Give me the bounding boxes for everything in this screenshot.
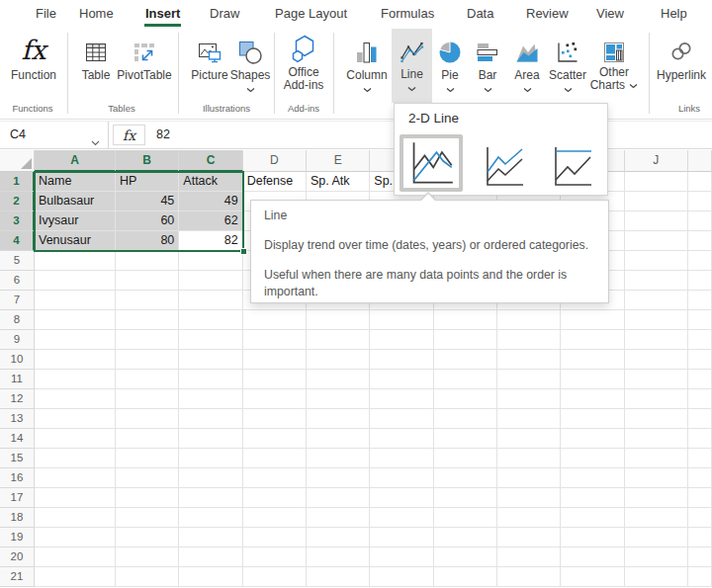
picture-button[interactable]: Picture — [188, 30, 231, 101]
grid-cell-B20[interactable] — [116, 547, 179, 567]
grid-cell-E10[interactable] — [307, 350, 370, 370]
grid-cell-J11[interactable] — [625, 370, 688, 389]
row-header[interactable]: 16 — [0, 468, 35, 488]
menu-tab-page-layout[interactable]: Page Layout — [275, 6, 347, 21]
grid-cell-C21[interactable] — [179, 567, 242, 587]
grid-cell[interactable] — [688, 547, 712, 567]
grid-cell-D1[interactable]: Defense — [243, 172, 307, 192]
grid-cell-I8[interactable] — [561, 310, 624, 330]
chart-option-line[interactable] — [400, 134, 463, 192]
grid-cell-C15[interactable] — [179, 449, 242, 468]
grid-cell-G14[interactable] — [434, 429, 497, 449]
grid-cell-B15[interactable] — [116, 449, 179, 468]
grid-cell-F9[interactable] — [370, 330, 433, 350]
row-header[interactable]: 18 — [0, 508, 35, 528]
grid-cell-C10[interactable] — [179, 350, 242, 370]
grid-cell-D19[interactable] — [243, 528, 307, 547]
grid-cell-C2[interactable]: 49 — [179, 192, 242, 211]
row-header[interactable]: 20 — [0, 547, 35, 567]
grid-cell-F13[interactable] — [370, 409, 433, 429]
grid-cell-A3[interactable]: Ivysaur — [35, 211, 116, 231]
grid-cell-G13[interactable] — [434, 409, 497, 429]
grid-cell-J14[interactable] — [625, 429, 688, 449]
grid-cell-H21[interactable] — [497, 567, 561, 587]
grid-cell-A4[interactable]: Venusaur — [35, 231, 116, 251]
grid-cell-B1[interactable]: HP — [116, 172, 179, 192]
grid-cell-I9[interactable] — [561, 330, 624, 350]
grid-cell[interactable] — [688, 310, 712, 330]
grid-cell[interactable] — [688, 211, 712, 231]
grid-cell[interactable] — [688, 251, 712, 271]
grid-cell-J10[interactable] — [625, 350, 688, 370]
grid-cell-E11[interactable] — [307, 370, 370, 389]
grid-cell-D16[interactable] — [243, 468, 307, 488]
grid-cell-I10[interactable] — [561, 350, 624, 370]
grid-cell-G9[interactable] — [434, 330, 497, 350]
grid-cell-F14[interactable] — [370, 429, 433, 449]
grid-cell-C17[interactable] — [179, 488, 242, 508]
grid-cell[interactable] — [688, 231, 712, 251]
grid-cell-A16[interactable] — [35, 468, 116, 488]
grid-cell-B7[interactable] — [116, 291, 179, 310]
grid-cell-B2[interactable]: 45 — [116, 192, 179, 211]
row-header[interactable]: 9 — [0, 330, 35, 350]
name-box[interactable]: C4 — [0, 122, 109, 148]
grid-cell-J21[interactable] — [625, 567, 688, 587]
grid-cell-I17[interactable] — [561, 488, 624, 508]
grid-cell-A5[interactable] — [35, 251, 116, 271]
grid-cell-C13[interactable] — [179, 409, 242, 429]
grid-cell-A7[interactable] — [35, 291, 116, 310]
grid-cell-D21[interactable] — [243, 567, 307, 587]
grid-cell-C14[interactable] — [179, 429, 242, 449]
grid-cell-G10[interactable] — [434, 350, 497, 370]
grid-cell-G8[interactable] — [434, 310, 497, 330]
row-header[interactable]: 17 — [0, 488, 35, 508]
grid-cell-A12[interactable] — [35, 389, 116, 409]
grid-cell-B11[interactable] — [116, 370, 179, 389]
line-chart-button[interactable]: Line — [392, 29, 432, 103]
grid-cell-D8[interactable] — [243, 310, 307, 330]
grid-cell[interactable] — [688, 409, 712, 429]
row-header[interactable]: 15 — [0, 449, 35, 468]
grid-cell-E21[interactable] — [307, 567, 370, 587]
grid-cell-D11[interactable] — [243, 370, 307, 389]
grid-cell-B12[interactable] — [116, 389, 179, 409]
grid-cell[interactable] — [688, 567, 712, 587]
grid-cell-I11[interactable] — [561, 370, 624, 389]
grid-cell-F21[interactable] — [370, 567, 433, 587]
grid-cell-J2[interactable] — [625, 192, 688, 211]
grid-cell-E14[interactable] — [307, 429, 370, 449]
grid-cell-B5[interactable] — [116, 251, 179, 271]
grid-cell-I16[interactable] — [561, 468, 624, 488]
row-header[interactable]: 3 — [0, 211, 35, 231]
column-header[interactable]: J — [625, 150, 688, 172]
row-header[interactable]: 12 — [0, 389, 35, 409]
grid-cell-I15[interactable] — [561, 449, 624, 468]
grid-cell-G16[interactable] — [434, 468, 497, 488]
grid-cell-A14[interactable] — [35, 429, 116, 449]
grid-cell-B14[interactable] — [116, 429, 179, 449]
grid-cell-D17[interactable] — [243, 488, 307, 508]
grid-cell-C5[interactable] — [179, 251, 242, 271]
grid-cell-J5[interactable] — [625, 251, 688, 271]
grid-cell-H19[interactable] — [497, 528, 561, 547]
grid-cell-J6[interactable] — [625, 271, 688, 291]
grid-cell-C20[interactable] — [179, 547, 242, 567]
grid-cell-I18[interactable] — [561, 508, 624, 528]
grid-cell-E16[interactable] — [307, 468, 370, 488]
grid-cell-F15[interactable] — [370, 449, 433, 468]
grid-cell-B17[interactable] — [116, 488, 179, 508]
grid-cell-F10[interactable] — [370, 350, 433, 370]
row-header[interactable]: 19 — [0, 528, 35, 547]
grid-cell-H17[interactable] — [497, 488, 561, 508]
chevron-down-icon[interactable] — [91, 132, 100, 150]
grid-cell-B3[interactable]: 60 — [116, 211, 179, 231]
grid-cell-B16[interactable] — [116, 468, 179, 488]
grid-cell-E13[interactable] — [307, 409, 370, 429]
grid-cell-I21[interactable] — [561, 567, 624, 587]
area-chart-button[interactable]: Area — [507, 30, 547, 101]
insert-function-button[interactable]: fx — [113, 125, 145, 145]
grid-cell-A18[interactable] — [35, 508, 116, 528]
grid-cell-J1[interactable] — [625, 172, 688, 192]
grid-cell-I14[interactable] — [561, 429, 624, 449]
